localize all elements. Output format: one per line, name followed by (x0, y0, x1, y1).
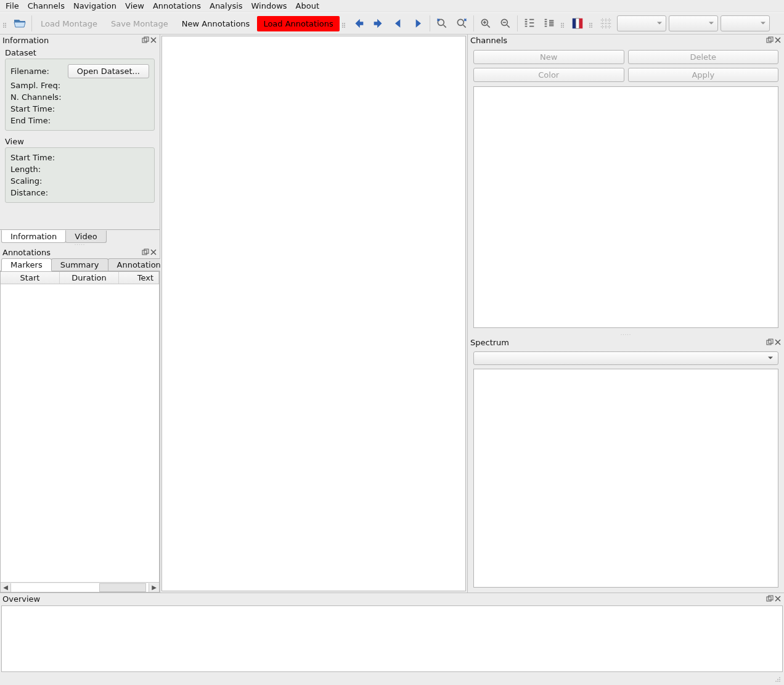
annotations-label: Annotations (2, 248, 51, 257)
view-group-label: View (0, 134, 160, 147)
menu-about[interactable]: About (292, 0, 324, 12)
view-distance-label: Distance: (10, 188, 48, 197)
undock-icon[interactable] (766, 36, 774, 44)
information-label: Information (2, 36, 49, 45)
svg-point-18 (777, 681, 778, 682)
spectrum-plot[interactable] (473, 369, 778, 588)
overview-panel: Overview (0, 593, 784, 673)
toolbar-separator (473, 15, 474, 31)
spacing-increase-icon[interactable] (520, 14, 539, 33)
tab-information[interactable]: Information (1, 230, 66, 243)
close-icon[interactable] (774, 36, 782, 44)
svg-rect-6 (579, 18, 583, 29)
open-dataset-button[interactable]: Open Dataset... (68, 64, 149, 78)
channels-panel-title: Channels (468, 35, 784, 46)
toolbar-grip[interactable] (342, 14, 347, 33)
close-icon[interactable] (150, 36, 157, 44)
toolbar-combo-1[interactable] (617, 15, 666, 31)
dataset-group: Filename: Open Dataset... Sampl. Freq: N… (5, 59, 155, 131)
color-toggle-icon[interactable] (568, 14, 587, 33)
step-next-icon[interactable] (409, 14, 427, 33)
view-length-label: Length: (10, 165, 41, 174)
save-montage-button[interactable]: Save Montage (105, 16, 174, 31)
view-group: Start Time: Length: Scaling: Distance: (5, 147, 155, 203)
menu-view[interactable]: View (121, 0, 149, 12)
undock-icon[interactable] (142, 248, 149, 256)
svg-rect-4 (573, 18, 576, 29)
toolbar-grip[interactable] (561, 14, 566, 33)
toolbar-combo-2[interactable] (669, 15, 718, 31)
col-duration[interactable]: Duration (60, 272, 119, 284)
information-panel: Information Dataset Filename: Open Datas… (0, 35, 160, 243)
toolbar-grip[interactable] (3, 14, 8, 33)
signal-canvas[interactable] (161, 36, 466, 591)
toolbar: Load Montage Save Montage New Annotation… (0, 12, 784, 35)
menu-annotations[interactable]: Annotations (149, 0, 205, 12)
menu-analysis[interactable]: Analysis (205, 0, 247, 12)
svg-point-20 (775, 681, 777, 682)
statusbar (0, 673, 784, 685)
annotations-panel: Annotations Markers Summary Annotations … (0, 247, 160, 593)
view-start-time-label: Start Time: (10, 153, 55, 162)
toolbar-grip[interactable] (589, 14, 594, 33)
x-zoom-in-icon[interactable] (433, 14, 451, 33)
sampl-freq-label: Sampl. Freq: (10, 81, 60, 90)
menubar: File Channels Navigation View Annotation… (0, 0, 784, 12)
channels-panel: Channels New Delete Color Apply (468, 35, 784, 333)
channels-label: Channels (470, 36, 507, 45)
undock-icon[interactable] (142, 36, 149, 44)
view-scaling-label: Scaling: (10, 176, 42, 186)
menu-navigation[interactable]: Navigation (69, 0, 121, 12)
undock-icon[interactable] (766, 338, 774, 346)
grid-toggle-icon[interactable] (597, 14, 615, 33)
resize-grip-icon[interactable] (773, 675, 782, 685)
page-next-icon[interactable] (369, 14, 388, 33)
svg-point-21 (777, 679, 778, 680)
close-icon[interactable] (774, 595, 782, 602)
load-annotations-button[interactable]: Load Annotations (257, 16, 339, 31)
svg-rect-5 (576, 18, 579, 29)
menu-file[interactable]: File (1, 0, 23, 12)
n-channels-label: N. Channels: (10, 92, 62, 102)
close-icon[interactable] (774, 338, 782, 346)
menu-channels[interactable]: Channels (23, 0, 69, 12)
channels-listbox[interactable] (473, 86, 778, 328)
overview-canvas[interactable] (1, 605, 783, 672)
scroll-left-icon[interactable]: ◀ (1, 584, 10, 591)
table-hscrollbar[interactable]: ◀ ▶ (1, 582, 159, 592)
col-text[interactable]: Text (119, 272, 159, 284)
load-montage-button[interactable]: Load Montage (35, 16, 104, 31)
undock-icon[interactable] (766, 595, 774, 602)
spacing-decrease-icon[interactable] (540, 14, 558, 33)
channels-apply-button[interactable]: Apply (628, 68, 779, 82)
x-zoom-out-icon[interactable] (452, 14, 471, 33)
overview-panel-title: Overview (0, 593, 784, 604)
spectrum-combo[interactable] (473, 351, 778, 365)
left-column: Information Dataset Filename: Open Datas… (0, 35, 160, 593)
channels-color-button[interactable]: Color (473, 68, 624, 82)
table-body[interactable] (1, 284, 159, 582)
svg-point-1 (457, 19, 463, 25)
channels-delete-button[interactable]: Delete (628, 50, 779, 64)
y-zoom-out-icon[interactable] (496, 14, 515, 33)
page-prev-icon[interactable] (349, 14, 368, 33)
channels-new-button[interactable]: New (473, 50, 624, 64)
y-zoom-in-icon[interactable] (476, 14, 495, 33)
tab-markers[interactable]: Markers (1, 258, 52, 271)
svg-point-22 (779, 677, 780, 678)
right-column: Channels New Delete Color Apply ····· (467, 35, 784, 593)
toolbar-combo-3[interactable] (721, 15, 770, 31)
tab-summary[interactable]: Summary (51, 258, 108, 271)
menu-windows[interactable]: Windows (247, 0, 292, 12)
scroll-thumb[interactable] (99, 583, 146, 592)
toolbar-separator (430, 15, 430, 31)
step-prev-icon[interactable] (389, 14, 407, 33)
open-file-icon[interactable] (10, 14, 29, 33)
col-start[interactable]: Start (1, 272, 60, 284)
new-annotations-button[interactable]: New Annotations (176, 16, 256, 31)
close-icon[interactable] (150, 248, 157, 256)
spectrum-panel: Spectrum (468, 337, 784, 593)
scroll-right-icon[interactable]: ▶ (149, 584, 159, 591)
tab-video[interactable]: Video (65, 231, 106, 243)
information-panel-title: Information (0, 35, 160, 46)
